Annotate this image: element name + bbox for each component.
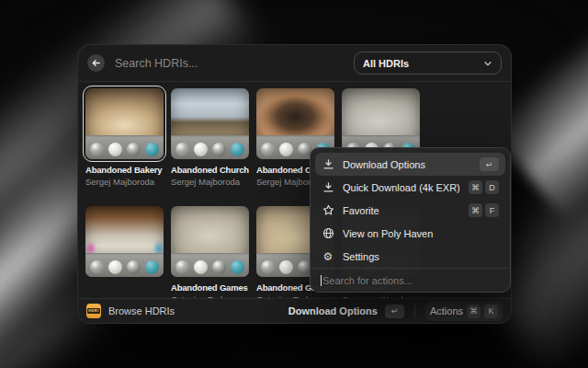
hdri-thumbnail[interactable] (171, 206, 249, 277)
chrome-sphere (212, 143, 226, 156)
k-key-badge: K (484, 305, 498, 318)
menu-item-download-options[interactable]: Download Options ↵ (315, 153, 505, 176)
actions-search[interactable]: Search for actions... (311, 268, 510, 292)
chrome-sphere (127, 143, 141, 156)
menu-item-quick-download[interactable]: Quick Download (4k EXR) ⌘ D (315, 176, 505, 199)
glass-sphere (90, 143, 104, 156)
glass-sphere (261, 260, 275, 274)
cmd-key-badge: ⌘ (467, 305, 481, 318)
menu-item-label: Settings (343, 251, 491, 262)
diffuse-sphere (279, 260, 293, 274)
menu-item-settings[interactable]: ⚙ Settings (315, 245, 505, 268)
material-spheres (171, 141, 249, 156)
hdri-app-icon: HDRI (86, 304, 101, 318)
back-button[interactable] (87, 54, 105, 72)
diffuse-sphere (194, 260, 208, 274)
star-icon (322, 204, 334, 216)
hdri-title: Abandoned Bakery (85, 165, 164, 175)
actions-label: Actions (430, 305, 463, 316)
menu-item-label: Favorite (343, 205, 460, 216)
glass-sphere (175, 260, 189, 274)
glass-sphere (261, 143, 275, 156)
arrow-left-icon (91, 58, 101, 68)
download-icon (322, 158, 334, 170)
hdri-card[interactable]: Abandoned Church Sergej Majboroda (171, 88, 249, 187)
chrome-sphere (212, 260, 226, 274)
hdri-title: Abandoned Games R... (171, 282, 249, 293)
hdri-title: Abandoned Church (171, 165, 249, 175)
diffuse-sphere (279, 143, 293, 156)
diffuse-sphere (108, 260, 122, 274)
hdri-card[interactable] (85, 206, 164, 305)
text-cursor (321, 275, 322, 286)
menu-item-label: View on Poly Haven (343, 228, 491, 239)
hdri-thumbnail[interactable] (171, 88, 249, 159)
f-key-badge: F (485, 203, 499, 217)
chrome-sphere (127, 260, 141, 274)
material-spheres (85, 259, 164, 274)
diffuse-sphere (194, 143, 208, 156)
cmd-key-badge: ⌘ (469, 180, 482, 194)
glass-sphere (175, 143, 189, 156)
search-bar: All HDRIs (78, 45, 511, 82)
teal-sphere (231, 260, 244, 274)
actions-search-placeholder: Search for actions... (322, 275, 413, 286)
menu-item-label: Download Options (343, 159, 471, 170)
actions-menu: Download Options ↵ Quick Download (4k EX… (310, 147, 511, 293)
diffuse-sphere (108, 143, 122, 156)
filter-value: All HDRIs (363, 58, 478, 69)
teal-sphere (231, 143, 244, 156)
chevron-down-icon (483, 59, 492, 68)
material-spheres (85, 141, 164, 156)
menu-item-view-on-poly-haven[interactable]: View on Poly Haven (315, 222, 505, 245)
hdri-card[interactable]: Abandoned Games R... Octavian Tudose (171, 206, 249, 305)
hdri-author: Sergej Majboroda (85, 177, 164, 187)
menu-item-label: Quick Download (4k EXR) (343, 182, 460, 193)
hdri-author: Sergej Majboroda (171, 177, 249, 187)
actions-menu-items: Download Options ↵ Quick Download (4k EX… (311, 148, 510, 268)
gear-icon: ⚙ (322, 251, 334, 262)
hdri-filter-dropdown[interactable]: All HDRIs (354, 52, 502, 75)
status-bar: HDRI Browse HDRIs Download Options ↵ Act… (78, 298, 511, 323)
primary-action-button[interactable]: Download Options (288, 305, 378, 316)
enter-key-badge: ↵ (480, 157, 499, 171)
hdri-thumbnail[interactable] (85, 88, 164, 159)
actions-button[interactable]: Actions ⌘ K (425, 302, 503, 321)
search-input[interactable] (113, 56, 345, 71)
glass-sphere (90, 260, 104, 274)
cmd-key-badge: ⌘ (469, 203, 482, 217)
teal-sphere (145, 143, 159, 156)
teal-sphere (145, 260, 159, 274)
hdri-thumbnail[interactable] (85, 206, 164, 277)
material-spheres (171, 259, 249, 274)
download-icon (322, 181, 334, 193)
menu-item-favorite[interactable]: Favorite ⌘ F (315, 199, 505, 222)
desktop: All HDRIs Abandoned Bakery Sergej Majbor… (0, 0, 588, 368)
globe-icon (322, 227, 334, 239)
d-key-badge: D (485, 180, 499, 194)
hdri-card[interactable]: Abandoned Bakery Sergej Majboroda (85, 88, 164, 187)
enter-key-badge: ↵ (385, 305, 404, 318)
footer-divider (414, 305, 415, 317)
hdri-app-icon-label: HDRI (87, 308, 100, 314)
app-name: Browse HDRIs (108, 305, 175, 316)
